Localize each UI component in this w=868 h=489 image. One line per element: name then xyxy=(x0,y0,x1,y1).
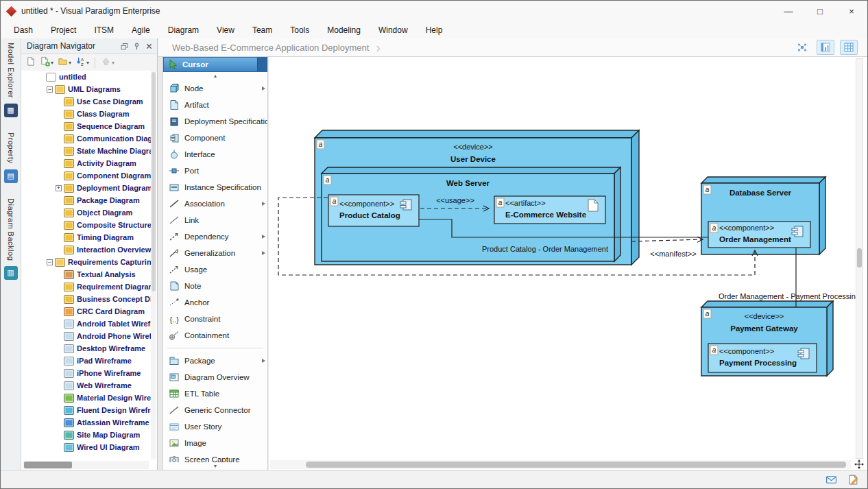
menu-view[interactable]: View xyxy=(208,23,243,37)
navigator-vertical-scrollbar[interactable] xyxy=(151,71,156,460)
tree-item-fluent-design-wireframe[interactable]: Fluent Design Wireframe xyxy=(21,404,151,416)
menu-modeling[interactable]: Modeling xyxy=(318,23,370,37)
scrollbar-thumb[interactable] xyxy=(857,248,862,267)
palette-item-user-story[interactable]: User Story xyxy=(163,418,267,435)
tree-item-sequence-diagram[interactable]: Sequence Diagram xyxy=(21,120,151,132)
palette-item-constraint[interactable]: {..}Constraint xyxy=(163,311,267,327)
menu-agile[interactable]: Agile xyxy=(123,23,159,37)
menu-diagram[interactable]: Diagram xyxy=(159,23,208,37)
grid-view-icon[interactable] xyxy=(840,40,858,55)
scrollbar-thumb[interactable] xyxy=(306,462,846,468)
pan-tool-icon[interactable] xyxy=(853,459,865,470)
publish-button[interactable]: ▾ xyxy=(99,56,116,69)
menu-window[interactable]: Window xyxy=(370,23,417,37)
tree-item-android-phone-wireframe[interactable]: Android Phone Wireframe xyxy=(21,330,151,342)
palette-item-port[interactable]: Port xyxy=(163,163,267,179)
palette-item-link[interactable]: Link xyxy=(163,212,267,228)
float-panel-icon[interactable] xyxy=(119,40,130,51)
palette-item-instance-specification[interactable]: Instance Specification xyxy=(163,179,267,195)
palette-item-cursor[interactable]: Cursor xyxy=(163,57,267,72)
tree-item-package-diagram[interactable]: Package Diagram xyxy=(21,194,151,206)
palette-item-interface[interactable]: Interface xyxy=(163,146,267,163)
palette-item-association[interactable]: Association xyxy=(163,195,267,212)
tree-item-class-diagram[interactable]: Class Diagram xyxy=(21,108,151,120)
tree-item-deployment-diagram[interactable]: +Deployment Diagram xyxy=(21,182,151,194)
tree-item-business-concept-diagram[interactable]: Business Concept Diagram xyxy=(21,293,151,305)
palette-item-image[interactable]: Image xyxy=(163,435,267,451)
tree-item-state-machine-diagram[interactable]: State Machine Diagram xyxy=(21,145,151,157)
tree-item-requirement-diagram[interactable]: Requirement Diagram xyxy=(21,281,151,293)
scrollbar-thumb[interactable] xyxy=(152,72,156,291)
diagram-node-ecommerce-website[interactable]: a<<artifact>>E-Commerce Website xyxy=(494,196,605,224)
palette-item-package[interactable]: Package xyxy=(163,353,267,369)
tree-item-iphone-wireframe[interactable]: iPhone Wireframe xyxy=(21,367,151,379)
tree-item-use-case-diagram[interactable]: Use Case Diagram xyxy=(21,95,151,108)
scrollbar-thumb[interactable] xyxy=(24,462,72,468)
side-tab-model-explorer[interactable]: Model Explorer▦ xyxy=(4,43,18,124)
format-panel-icon[interactable] xyxy=(817,40,834,55)
diagram-node-payment-processing[interactable]: a<<component>>Payment Processing xyxy=(708,344,817,372)
layout-diagram-icon[interactable] xyxy=(793,40,811,55)
palette-item-anchor[interactable]: Anchor xyxy=(163,294,267,311)
menu-project[interactable]: Project xyxy=(42,23,85,37)
diagram-canvas[interactable]: a<<device>>User DeviceaWeb ServeraDataba… xyxy=(269,57,867,470)
expand-icon[interactable]: + xyxy=(56,185,62,191)
palette-item-screen-capture[interactable]: Screen Capture xyxy=(163,451,267,462)
connector-manifest[interactable] xyxy=(631,239,703,241)
close-button[interactable]: × xyxy=(836,1,867,21)
tree-item-material-design-wireframe[interactable]: Material Design Wireframe xyxy=(21,392,151,404)
palette-item-deployment-specification[interactable]: Deployment Specification xyxy=(163,113,267,130)
diagram-title[interactable]: Web-Based E-Commerce Application Deploym… xyxy=(172,43,369,53)
sort-diagrams-button[interactable]: AZ▾ xyxy=(74,56,91,69)
new-diagram-button[interactable]: ▾ xyxy=(38,56,55,69)
minimize-button[interactable]: — xyxy=(773,1,804,21)
tree-item-timing-diagram[interactable]: Timing Diagram xyxy=(21,231,151,243)
tree-item-requirements-capturing[interactable]: −Requirements Capturing xyxy=(21,256,151,268)
tree-item-object-diagram[interactable]: Object Diagram xyxy=(21,206,151,219)
side-tab-property[interactable]: Property▤ xyxy=(4,132,18,190)
new-project-button[interactable] xyxy=(24,56,37,69)
tree-item-communication-diagram[interactable]: Communication Diagram xyxy=(21,132,151,145)
close-panel-icon[interactable] xyxy=(143,40,154,51)
menu-help[interactable]: Help xyxy=(417,23,452,37)
edit-document-icon[interactable] xyxy=(847,473,859,486)
collapse-icon[interactable]: − xyxy=(47,259,53,265)
tree-item-crc-card-diagram[interactable]: CRC Card Diagram xyxy=(21,305,151,318)
palette-item-usage[interactable]: Usage xyxy=(163,261,267,278)
tree-item-composite-structure-diagram[interactable]: Composite Structure Diagram xyxy=(21,219,151,231)
tree-item-atlassian-wireframe[interactable]: Atlassian Wireframe xyxy=(21,416,151,429)
tree-item-interaction-overview-diagram[interactable]: Interaction Overview Diagram xyxy=(21,243,151,256)
menu-dash[interactable]: Dash xyxy=(5,23,42,37)
palette-item-diagram-overview[interactable]: Diagram Overview xyxy=(163,369,267,385)
side-tab-diagram-backlog[interactable]: Diagram Backlog▥ xyxy=(4,198,18,287)
palette-item-dependency[interactable]: Dependency xyxy=(163,228,267,245)
tree-item-textual-analysis[interactable]: Textual Analysis xyxy=(21,268,151,281)
tree-item-web-wireframe[interactable]: Web Wireframe xyxy=(21,379,151,392)
message-icon[interactable] xyxy=(825,473,837,486)
menu-tools[interactable]: Tools xyxy=(281,23,318,37)
palette-item-node[interactable]: Node xyxy=(163,80,267,97)
tree-item-wired-ui-diagram[interactable]: Wired UI Diagram xyxy=(21,441,151,453)
tree-item-android-tablet-wireframe[interactable]: Android Tablet Wireframe xyxy=(21,318,151,330)
menu-team[interactable]: Team xyxy=(243,23,281,37)
pin-panel-icon[interactable] xyxy=(131,40,142,51)
collapse-icon[interactable]: − xyxy=(47,86,53,93)
tree-item-uml-diagrams[interactable]: −UML Diagrams xyxy=(21,83,151,95)
palette-item-component[interactable]: Component xyxy=(163,130,267,146)
palette-item-etl-table[interactable]: ETL Table xyxy=(163,385,267,402)
tree-item-desktop-wireframe[interactable]: Desktop Wireframe xyxy=(21,342,151,355)
palette-item-containment[interactable]: Containment xyxy=(163,327,267,344)
diagram-node-order-management[interactable]: a<<component>>Order Management xyxy=(708,222,810,248)
open-project-button[interactable]: ▾ xyxy=(56,56,73,69)
tree-item-component-diagram[interactable]: Component Diagram xyxy=(21,169,151,182)
tree-item-site-map-diagram[interactable]: Site Map Diagram xyxy=(21,429,151,441)
tree-item-untitled[interactable]: untitled xyxy=(21,71,151,83)
palette-item-artifact[interactable]: Artifact xyxy=(163,97,267,113)
palette-item-generalization[interactable]: Generalization xyxy=(163,245,267,261)
tree-item-activity-diagram[interactable]: Activity Diagram xyxy=(21,157,151,169)
palette-scroll-up[interactable]: ▲ xyxy=(163,72,267,80)
navigator-horizontal-scrollbar[interactable] xyxy=(23,461,149,469)
maximize-button[interactable]: □ xyxy=(804,1,836,21)
canvas-vertical-scrollbar[interactable] xyxy=(856,58,863,459)
palette-item-generic-connector[interactable]: Generic Connector xyxy=(163,402,267,418)
